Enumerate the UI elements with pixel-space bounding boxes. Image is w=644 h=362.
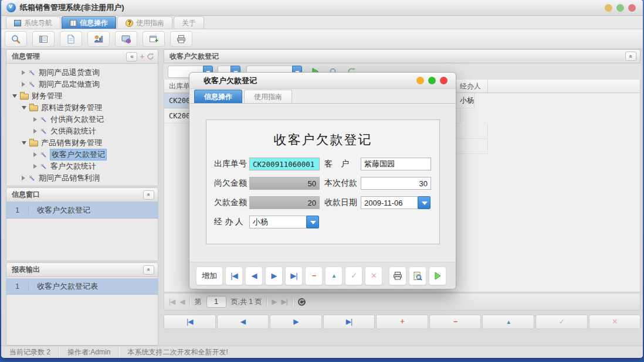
divider xyxy=(189,297,190,306)
tree-item-label: 欠供商款统计 xyxy=(50,126,96,136)
cancel-button[interactable]: ✕ xyxy=(365,267,382,285)
edit-record-button[interactable]: ▲ xyxy=(482,315,534,329)
close-button[interactable] xyxy=(628,4,636,12)
expand-arrow-icon[interactable] xyxy=(22,82,25,87)
tree-item[interactable]: 付供商欠款登记 xyxy=(6,114,158,125)
date-picker[interactable]: 2009-11-06 xyxy=(361,196,431,209)
tree-item[interactable]: 欠供商款统计 xyxy=(6,125,158,137)
add-icon[interactable]: + xyxy=(140,52,144,61)
dialog-tab-user-guide[interactable]: 使用指南 xyxy=(244,90,292,103)
list-view-button[interactable] xyxy=(32,31,55,47)
confirm-button[interactable]: ✓ xyxy=(535,315,588,329)
tab-user-guide[interactable]: ? 使用指南 xyxy=(117,16,172,29)
info-window-header: 信息窗口 « xyxy=(6,188,158,202)
tree-item[interactable]: 期间产品销售利润 xyxy=(6,172,158,184)
form-row: 欠款金额 20 收款日期 2009-11-06 xyxy=(214,196,435,210)
maximize-button[interactable] xyxy=(616,4,624,12)
system-note: 本系统支持二次开发和全新开发! xyxy=(119,346,236,358)
next-record-button[interactable]: ▶ xyxy=(270,315,322,329)
collapse-up-button[interactable]: « xyxy=(143,190,154,200)
print-button[interactable] xyxy=(389,267,406,285)
expand-arrow-icon[interactable] xyxy=(33,129,37,134)
monitor-globe-icon xyxy=(121,34,131,45)
minimize-button[interactable] xyxy=(605,4,612,12)
order-no-field[interactable]: CK200911060001 xyxy=(249,158,320,170)
dialog-tab-info-ops[interactable]: 信息操作 xyxy=(194,90,242,103)
monitor-button[interactable] xyxy=(115,31,137,47)
wand-icon xyxy=(28,81,36,88)
info-window-row[interactable]: 1 收客户欠款登记 xyxy=(6,202,158,218)
tree-item[interactable]: 期间产品退货查询 xyxy=(6,67,158,78)
chevron-down-icon[interactable] xyxy=(418,196,431,209)
last-record-button[interactable]: ▶| xyxy=(323,315,375,329)
expand-arrow-icon[interactable] xyxy=(22,70,25,75)
cancel-button[interactable]: ✕ xyxy=(589,315,641,329)
remaining-label: 尚欠金额 xyxy=(214,178,249,189)
main-toolbar xyxy=(1,29,643,49)
column-header-handler[interactable]: 经办人 xyxy=(455,80,488,93)
search-button[interactable] xyxy=(5,31,27,47)
collapse-arrow-icon[interactable] xyxy=(12,94,17,98)
delete-record-button[interactable]: − xyxy=(429,315,482,329)
tree-item[interactable]: 原料进货财务管理 xyxy=(6,102,158,114)
app-logo-icon xyxy=(6,3,16,12)
chevron-down-icon[interactable] xyxy=(306,216,319,228)
add-record-button[interactable]: + xyxy=(376,315,428,329)
edit-record-button[interactable]: ▲ xyxy=(325,267,343,285)
tab-about[interactable]: 关于 xyxy=(174,16,204,29)
tree-item[interactable]: 财务管理 xyxy=(6,90,158,102)
prev-record-button[interactable]: ◀ xyxy=(217,315,269,329)
next-page-button[interactable]: ▶ xyxy=(272,298,276,306)
expand-arrow-icon[interactable] xyxy=(22,176,25,180)
last-record-button[interactable]: ▶| xyxy=(285,267,303,285)
first-page-button[interactable]: |◀ xyxy=(169,298,175,306)
form-row: 出库单号 CK200911060001 客 户 紫藤国园 xyxy=(214,157,435,171)
expand-arrow-icon[interactable] xyxy=(33,164,37,169)
handler-select[interactable]: 小杨 xyxy=(249,216,319,228)
collapse-arrow-icon[interactable] xyxy=(22,141,26,145)
user-report-button[interactable] xyxy=(87,31,110,47)
dialog-close-button[interactable] xyxy=(440,77,448,84)
window-add-button[interactable] xyxy=(143,31,165,47)
prev-record-button[interactable]: ◀ xyxy=(245,267,263,285)
collapse-arrow-icon[interactable] xyxy=(22,106,26,110)
collapse-left-button[interactable]: « xyxy=(126,52,137,62)
tree-item-selected[interactable]: 收客户欠款登记 xyxy=(6,149,158,160)
document-button[interactable] xyxy=(60,31,82,47)
expand-arrow-icon[interactable] xyxy=(33,152,37,157)
add-button[interactable]: 增加 xyxy=(196,267,223,285)
refresh-icon[interactable] xyxy=(147,53,154,60)
tree-item[interactable]: 产品销售财务管理 xyxy=(6,137,158,149)
wand-icon xyxy=(28,175,36,182)
delete-record-button[interactable]: − xyxy=(305,267,323,285)
report-output-row[interactable]: 1 收客户欠款登记表 xyxy=(6,278,158,295)
first-record-button[interactable]: |◀ xyxy=(164,315,216,329)
tab-system-nav[interactable]: 系统导航 xyxy=(6,16,60,29)
collapse-up-button[interactable]: « xyxy=(625,52,636,61)
collapse-up-button[interactable]: « xyxy=(143,265,154,275)
refresh-icon[interactable] xyxy=(297,298,306,306)
confirm-button[interactable]: ✓ xyxy=(345,267,362,285)
payment-field[interactable]: 30 xyxy=(361,177,431,190)
run-button[interactable] xyxy=(429,267,446,285)
dialog-maximize-button[interactable] xyxy=(428,77,436,84)
date-field[interactable]: 2009-11-06 xyxy=(361,196,418,209)
tab-info-ops[interactable]: 信息操作 xyxy=(62,16,116,29)
customer-field[interactable]: 紫藤国园 xyxy=(361,158,431,170)
tree-item[interactable]: 期间产品定做查询 xyxy=(6,78,158,90)
next-record-button[interactable]: ▶ xyxy=(265,267,283,285)
page-number-input[interactable]: 1 xyxy=(206,296,226,308)
expand-arrow-icon[interactable] xyxy=(33,117,37,122)
dialog-minimize-button[interactable] xyxy=(416,77,424,84)
tree-item[interactable]: 客户欠款统计 xyxy=(6,160,158,172)
print-button[interactable] xyxy=(170,31,192,47)
status-bar: 当前记录数 2 操作者:Admin 本系统支持二次开发和全新开发! xyxy=(1,346,643,358)
last-page-button[interactable]: ▶| xyxy=(282,298,287,306)
dialog-title: 收客户欠款登记 xyxy=(204,76,257,86)
first-record-button[interactable]: |◀ xyxy=(225,267,243,285)
payment-label: 本次付款 xyxy=(324,178,361,189)
nav-tree: 期间产品退货查询 期间产品定做查询 财务管理 原料进货财务管理 付供商欠款登记 … xyxy=(6,64,158,184)
print-preview-button[interactable] xyxy=(409,267,426,285)
prev-page-button[interactable]: ◀ xyxy=(179,298,184,306)
handler-field[interactable]: 小杨 xyxy=(249,216,307,228)
